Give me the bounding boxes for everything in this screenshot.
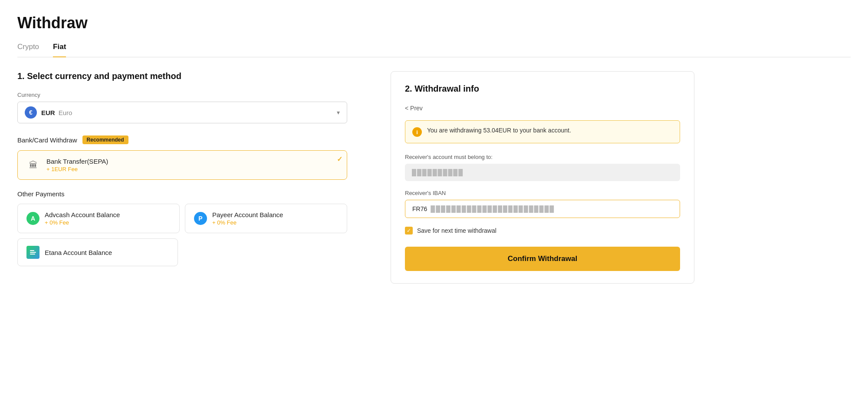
payeer-name: Payeer Account Balance (212, 211, 283, 218)
etana-info: Etana Account Balance (45, 249, 112, 256)
save-checkbox[interactable]: ✓ (405, 227, 413, 235)
bank-transfer-card[interactable]: 🏛 Bank Transfer(SEPA) + 1EUR Fee ✓ (17, 150, 347, 180)
selected-checkmark: ✓ (337, 155, 342, 163)
prev-link[interactable]: < Prev (405, 105, 423, 112)
advcash-fee: + 0% Fee (45, 219, 120, 226)
iban-prefix: FR76 (412, 205, 427, 212)
recommended-badge: Recommended (82, 135, 128, 144)
tabs-container: Crypto Fiat (17, 43, 851, 57)
other-payments-grid: A Advcash Account Balance + 0% Fee P Pay… (17, 204, 347, 266)
info-banner: i You are withdrawing 53.04EUR to your b… (405, 120, 680, 143)
receiver-label: Receiver's account must belong to: (405, 154, 680, 160)
chevron-down-icon: ▾ (337, 109, 340, 116)
confirm-withdrawal-button[interactable]: Confirm Withdrawal (405, 247, 680, 271)
bank-card-title: Bank/Card Withdraw (17, 136, 77, 144)
currency-icon: € (25, 106, 37, 119)
payeer-card[interactable]: P Payeer Account Balance + 0% Fee (185, 204, 347, 233)
advcash-name: Advcash Account Balance (45, 211, 120, 218)
bank-transfer-name: Bank Transfer(SEPA) (46, 158, 108, 165)
currency-code: EUR (41, 109, 55, 116)
other-payments-title: Other Payments (17, 190, 373, 198)
bank-transfer-fee: + 1EUR Fee (46, 166, 108, 172)
tab-crypto[interactable]: Crypto (17, 43, 39, 57)
currency-label: Currency (17, 92, 373, 98)
info-text: You are withdrawing 53.04EUR to your ban… (427, 127, 571, 134)
currency-full: Euro (59, 109, 72, 116)
save-checkbox-row: ✓ Save for next time withdrawal (405, 227, 680, 235)
bank-transfer-icon: 🏛 (26, 158, 40, 172)
payeer-icon: P (194, 212, 207, 225)
iban-label: Receiver's IBAN (405, 190, 680, 196)
tab-fiat[interactable]: Fiat (53, 43, 66, 57)
bank-transfer-info: Bank Transfer(SEPA) + 1EUR Fee (46, 158, 108, 172)
payeer-fee: + 0% Fee (212, 219, 283, 226)
advcash-card[interactable]: A Advcash Account Balance + 0% Fee (17, 204, 180, 233)
info-icon: i (412, 127, 422, 137)
right-section-title: 2. Withdrawal info (405, 84, 680, 94)
page-title: Withdraw (17, 14, 851, 32)
main-content: 1. Select currency and payment method Cu… (17, 71, 851, 284)
etana-name: Etana Account Balance (45, 249, 112, 256)
etana-card[interactable]: Etana Account Balance (17, 238, 178, 266)
currency-select[interactable]: € EUR Euro ▾ (17, 102, 347, 123)
advcash-icon: A (26, 212, 39, 225)
iban-field: Receiver's IBAN FR76 ███████████████████… (405, 190, 680, 218)
save-label: Save for next time withdrawal (417, 227, 496, 234)
receiver-field: Receiver's account must belong to: █████… (405, 154, 680, 181)
iban-input[interactable]: FR76 ████████████████████████ (405, 200, 680, 218)
etana-icon (26, 246, 39, 259)
right-panel: 2. Withdrawal info < Prev i You are with… (391, 71, 694, 284)
iban-blurred-value: ████████████████████████ (431, 205, 555, 212)
receiver-blurred-value: ██████████ (412, 169, 464, 176)
left-section-title: 1. Select currency and payment method (17, 71, 373, 81)
bank-card-header: Bank/Card Withdraw Recommended (17, 135, 373, 144)
receiver-name-box: ██████████ (405, 164, 680, 181)
payeer-info: Payeer Account Balance + 0% Fee (212, 211, 283, 226)
left-panel: 1. Select currency and payment method Cu… (17, 71, 373, 284)
advcash-info: Advcash Account Balance + 0% Fee (45, 211, 120, 226)
